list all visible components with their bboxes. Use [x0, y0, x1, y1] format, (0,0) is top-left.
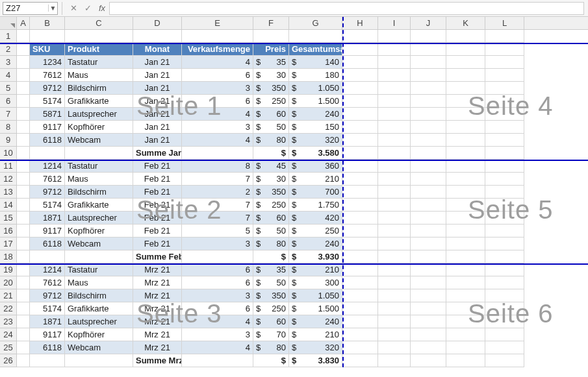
cell[interactable]: 7612	[30, 173, 65, 186]
cell[interactable]	[485, 173, 524, 186]
cell[interactable]	[446, 315, 485, 328]
cell[interactable]	[411, 250, 446, 263]
cell[interactable]: 6	[182, 69, 253, 82]
cell[interactable]	[342, 302, 378, 315]
cell[interactable]: 1871	[30, 315, 65, 328]
cell[interactable]: 6	[182, 302, 253, 315]
cell[interactable]: Feb 21	[133, 199, 182, 212]
cell[interactable]	[446, 186, 485, 199]
cell[interactable]: $30	[253, 173, 289, 186]
cell[interactable]	[17, 160, 30, 173]
row-header[interactable]: 9	[0, 134, 17, 147]
cell[interactable]: 7	[182, 212, 253, 225]
cell[interactable]	[446, 134, 485, 147]
col-header-a[interactable]: A	[17, 17, 30, 29]
cell[interactable]: Webcam	[65, 134, 133, 147]
cell[interactable]	[30, 354, 65, 367]
cell[interactable]: Tastatur	[65, 263, 133, 276]
cell[interactable]: Feb 21	[133, 160, 182, 173]
cell[interactable]	[342, 289, 378, 302]
cell[interactable]	[446, 237, 485, 250]
cell[interactable]	[485, 250, 524, 263]
cell[interactable]: 6118	[30, 341, 65, 354]
cell[interactable]: 7612	[30, 69, 65, 82]
cell[interactable]: 4	[182, 108, 253, 121]
col-header-e[interactable]: E	[182, 17, 253, 29]
row-header[interactable]: 6	[0, 95, 17, 108]
cell[interactable]: Mrz 21	[133, 328, 182, 341]
cell[interactable]	[446, 263, 485, 276]
cell[interactable]	[17, 302, 30, 315]
cell[interactable]	[485, 237, 524, 250]
cell[interactable]	[342, 43, 378, 56]
cell[interactable]	[411, 69, 446, 82]
cell[interactable]	[342, 250, 378, 263]
cell[interactable]	[485, 121, 524, 134]
row-header[interactable]: 1	[0, 30, 17, 43]
cell[interactable]: Webcam	[65, 237, 133, 250]
cell[interactable]	[342, 341, 378, 354]
cell[interactable]	[17, 276, 30, 289]
cell[interactable]	[182, 147, 253, 160]
cell[interactable]: Gesamtumsatz	[289, 43, 342, 56]
cell[interactable]	[378, 173, 411, 186]
cell[interactable]: Lautsprecher	[65, 212, 133, 225]
cell[interactable]: $50	[253, 121, 289, 134]
row-header[interactable]: 14	[0, 199, 17, 212]
cell[interactable]: 5	[182, 225, 253, 237]
cell[interactable]	[411, 147, 446, 160]
row-header[interactable]: 24	[0, 328, 17, 341]
cell[interactable]	[411, 160, 446, 173]
formula-input[interactable]	[109, 2, 584, 15]
cell[interactable]	[17, 328, 30, 341]
row-header[interactable]: 11	[0, 160, 17, 173]
cell[interactable]: $70	[253, 328, 289, 341]
row-header[interactable]: 16	[0, 225, 17, 237]
cell[interactable]: Monat	[133, 43, 182, 56]
row-header[interactable]: 25	[0, 341, 17, 354]
cell[interactable]	[446, 160, 485, 173]
cell[interactable]: Kopfhörer	[65, 225, 133, 237]
cell[interactable]	[485, 341, 524, 354]
cell[interactable]	[133, 30, 182, 43]
cell[interactable]	[378, 328, 411, 341]
cell[interactable]: Verkaufsmenge	[182, 43, 253, 56]
cell[interactable]: $420	[289, 212, 342, 225]
cell[interactable]: 3	[182, 289, 253, 302]
cell[interactable]: 5871	[30, 108, 65, 121]
cell[interactable]: $360	[289, 160, 342, 173]
cell[interactable]: $250	[253, 199, 289, 212]
row-header[interactable]: 2	[0, 43, 17, 56]
cell[interactable]: Summe Feb 21	[133, 250, 182, 263]
cell[interactable]: $50	[253, 225, 289, 237]
cell[interactable]	[446, 250, 485, 263]
cell[interactable]	[342, 225, 378, 237]
cell[interactable]	[446, 328, 485, 341]
cell[interactable]	[342, 237, 378, 250]
cell[interactable]	[485, 30, 524, 43]
cell[interactable]	[485, 56, 524, 69]
cell[interactable]: Mrz 21	[133, 289, 182, 302]
cell[interactable]	[485, 95, 524, 108]
cell[interactable]: Tastatur	[65, 56, 133, 69]
cell[interactable]	[17, 82, 30, 95]
cell[interactable]	[378, 108, 411, 121]
cell[interactable]: 9712	[30, 289, 65, 302]
cell[interactable]: $210	[289, 173, 342, 186]
cell[interactable]: Maus	[65, 173, 133, 186]
col-header-k[interactable]: K	[446, 17, 485, 29]
cell[interactable]: 4	[182, 134, 253, 147]
cell[interactable]	[342, 173, 378, 186]
cell[interactable]: 7	[182, 173, 253, 186]
cell[interactable]	[446, 147, 485, 160]
cell[interactable]	[411, 134, 446, 147]
cell[interactable]: $	[253, 147, 289, 160]
cell[interactable]	[411, 173, 446, 186]
cell[interactable]	[485, 302, 524, 315]
cell[interactable]: $45	[253, 160, 289, 173]
cell[interactable]	[485, 134, 524, 147]
cell[interactable]	[411, 186, 446, 199]
cell[interactable]	[485, 212, 524, 225]
cell[interactable]: 1214	[30, 263, 65, 276]
cell[interactable]: Mrz 21	[133, 302, 182, 315]
